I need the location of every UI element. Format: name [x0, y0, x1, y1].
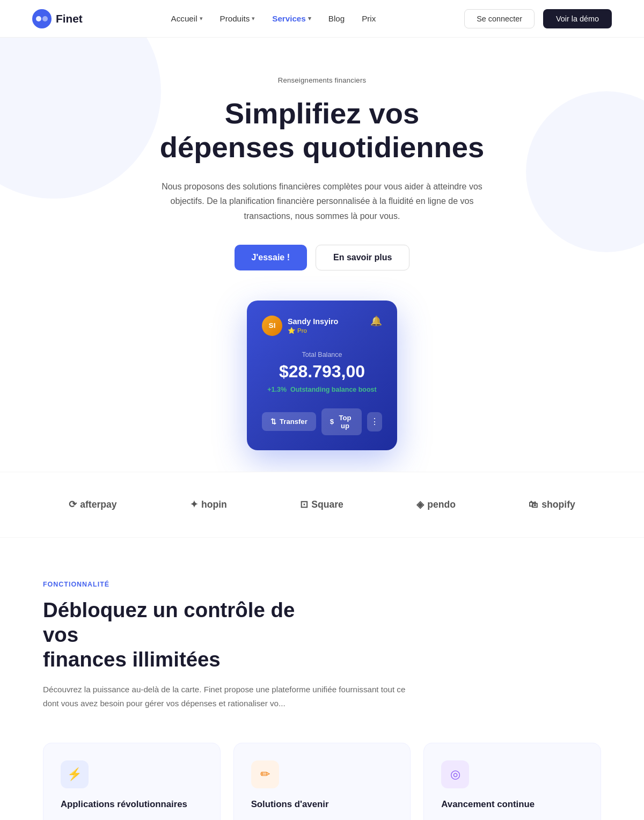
nav-link-produits[interactable]: Produits ▾ — [220, 14, 255, 23]
topup-button[interactable]: $ Top up — [321, 408, 362, 435]
feature-card-1: ⚡ Applications révolutionnaires — [43, 743, 221, 820]
feature-card-2: ✏ Solutions d'avenir — [233, 743, 411, 820]
navbar: Finet Accueil ▾ Produits ▾ Services ▾ Bl… — [0, 0, 644, 38]
bell-icon[interactable]: 🔔 — [370, 316, 382, 327]
nav-link-prix[interactable]: Prix — [362, 14, 376, 23]
bg-decoration-2 — [526, 91, 644, 252]
nav-link-blog[interactable]: Blog — [328, 14, 345, 23]
logo-text: Finet — [56, 12, 83, 25]
learn-more-button[interactable]: En savoir plus — [316, 245, 409, 270]
balance-boost: +1.3% Outstanding balance boost — [262, 386, 382, 393]
balance-amount: $28.793,00 — [262, 362, 382, 382]
feature-title-1: Applications révolutionnaires — [61, 799, 203, 810]
svg-point-0 — [32, 9, 52, 28]
partner-hopin: ✦ hopin — [190, 499, 227, 510]
section-tag: FONCTIONNALITÉ — [43, 581, 601, 588]
connect-button[interactable]: Se connecter — [464, 9, 535, 28]
hero-badge: Renseignements financiers — [278, 76, 367, 84]
avatar: SI — [262, 316, 282, 336]
partner-afterpay: ⟳ afterpay — [69, 499, 116, 510]
dashboard-card: SI Sandy Insyiro ⭐ Pro 🔔 Total Balance $… — [247, 301, 397, 450]
logo-icon — [32, 9, 52, 28]
svg-point-2 — [42, 16, 48, 21]
chevron-down-icon: ▾ — [200, 15, 203, 22]
nav-link-accueil[interactable]: Accueil ▾ — [171, 14, 203, 23]
partners-section: ⟳ afterpay ✦ hopin ⊡ Square ◈ pendo 🛍 sh… — [0, 472, 644, 538]
features-section: FONCTIONNALITÉ Débloquez un contrôle de … — [0, 538, 644, 820]
hero-title: Simplifiez vos dépenses quotidiennes — [134, 97, 510, 164]
hero-description: Nous proposons des solutions financières… — [156, 179, 488, 223]
try-button[interactable]: J'essaie ! — [235, 245, 307, 270]
demo-button[interactable]: Voir la démo — [543, 9, 612, 28]
section-description: Découvrez la puissance au-delà de la car… — [43, 683, 419, 711]
card-user-info: Sandy Insyiro ⭐ Pro — [288, 317, 338, 334]
card-pro-badge: ⭐ Pro — [288, 327, 338, 334]
nav-links: Accueil ▾ Produits ▾ Services ▾ Blog Pri… — [171, 14, 376, 23]
feature-icon-3: ◎ — [441, 760, 469, 788]
chevron-down-icon: ▾ — [308, 15, 311, 22]
card-header: SI Sandy Insyiro ⭐ Pro 🔔 — [262, 316, 382, 336]
feature-icon-1: ⚡ — [61, 760, 89, 788]
card-balance-section: Total Balance $28.793,00 +1.3% Outstandi… — [262, 351, 382, 393]
nav-link-services[interactable]: Services ▾ — [272, 14, 311, 23]
card-username: Sandy Insyiro — [288, 317, 338, 326]
more-options-button[interactable]: ⋮ — [367, 412, 382, 431]
section-title: Débloquez un contrôle de vos finances il… — [43, 598, 311, 672]
hero-actions: J'essaie ! En savoir plus — [32, 245, 612, 270]
feature-title-2: Solutions d'avenir — [251, 799, 393, 810]
nav-actions: Se connecter Voir la démo — [464, 9, 612, 28]
dollar-icon: $ — [330, 418, 334, 426]
transfer-button[interactable]: ⇅ Transfer — [262, 412, 316, 431]
partner-square: ⊡ Square — [300, 499, 343, 510]
transfer-icon: ⇅ — [270, 418, 276, 426]
feature-cards: ⚡ Applications révolutionnaires ✏ Soluti… — [43, 743, 601, 820]
logo[interactable]: Finet — [32, 9, 83, 28]
partner-shopify: 🛍 shopify — [529, 499, 575, 510]
balance-label: Total Balance — [262, 351, 382, 358]
more-icon: ⋮ — [370, 416, 379, 427]
feature-icon-2: ✏ — [251, 760, 279, 788]
hero-section: Renseignements financiers Simplifiez vos… — [0, 38, 644, 472]
feature-card-3: ◎ Avancement continue — [423, 743, 601, 820]
feature-title-3: Avancement continue — [441, 799, 583, 810]
card-actions: ⇅ Transfer $ Top up ⋮ — [262, 408, 382, 435]
partner-pendo: ◈ pendo — [416, 499, 456, 510]
svg-point-1 — [36, 16, 41, 21]
card-user: SI Sandy Insyiro ⭐ Pro — [262, 316, 338, 336]
chevron-down-icon: ▾ — [252, 15, 255, 22]
dashboard-card-wrapper: SI Sandy Insyiro ⭐ Pro 🔔 Total Balance $… — [32, 301, 612, 450]
